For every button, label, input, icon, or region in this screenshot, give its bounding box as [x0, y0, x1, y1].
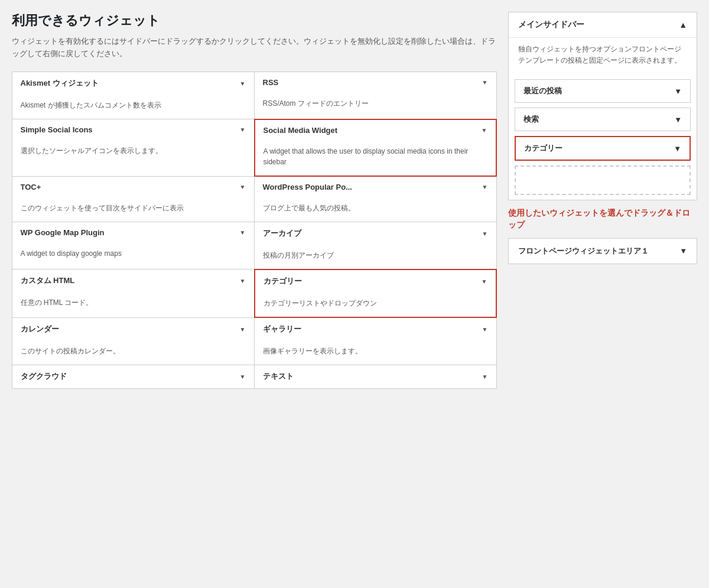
widget-desc-gallery: 画像ギャラリーを表示します。 — [255, 341, 496, 365]
main-sidebar-title: メインサイドバー — [518, 20, 584, 30]
widget-header-toc[interactable]: TOC+▼ — [12, 177, 254, 198]
widget-chevron-archive: ▼ — [482, 230, 488, 237]
widget-chevron-wp-google-map: ▼ — [240, 229, 246, 236]
widget-label-calendar: カレンダー — [21, 324, 59, 334]
widget-label-tag-cloud: タグクラウド — [21, 371, 67, 382]
widget-header-wp-popular[interactable]: WordPress Popular Po...▼ — [255, 177, 496, 198]
widget-item-akismet[interactable]: Akismet ウィジェット▼Akismet が捕獲したスパムコメント数を表示 — [12, 72, 255, 119]
widget-header-simple-social[interactable]: Simple Social Icons▼ — [12, 119, 254, 141]
widget-item-archive[interactable]: アーカイブ▼投稿の月別アーカイブ — [254, 222, 497, 269]
widget-item-wp-google-map[interactable]: WP Google Map Plugin▼A widget to display… — [12, 222, 255, 269]
widget-header-gallery[interactable]: ギャラリー▼ — [255, 318, 496, 341]
widget-header-akismet[interactable]: Akismet ウィジェット▼ — [12, 72, 254, 95]
widget-chevron-custom-html: ▼ — [240, 278, 246, 284]
widget-chevron-text: ▼ — [482, 373, 488, 380]
widget-label-rss: RSS — [263, 78, 279, 87]
sidebar-widget-label-recent-posts: 最近の投稿 — [523, 86, 562, 96]
widget-header-social-media-widget[interactable]: Social Media Widget▼ — [255, 120, 496, 141]
widget-chevron-calendar: ▼ — [240, 326, 246, 333]
widget-chevron-gallery: ▼ — [482, 326, 488, 333]
widget-label-simple-social: Simple Social Icons — [21, 125, 93, 134]
page-title: 利用できるウィジェット — [12, 12, 496, 30]
sidebar-widget-chevron-category-sidebar: ▼ — [674, 144, 681, 153]
front-page-section: フロントページウィジェットエリア１ ▼ — [508, 238, 697, 264]
main-sidebar-header[interactable]: メインサイドバー ▲ — [509, 12, 697, 38]
widget-chevron-simple-social: ▼ — [240, 126, 246, 133]
widget-label-akismet: Akismet ウィジェット — [21, 78, 99, 89]
widget-item-custom-html[interactable]: カスタム HTML▼任意の HTML コード。 — [12, 269, 255, 318]
widget-chevron-wp-popular: ▼ — [482, 184, 488, 190]
page-description: ウィジェットを有効化するにはサイドバーにドラッグするかクリックしてください。ウィ… — [12, 35, 496, 60]
drag-drop-label: 使用したいウィジェットを選んでドラッグ＆ドロップ — [508, 207, 697, 230]
sidebar-widget-category-sidebar[interactable]: カテゴリー▼ — [515, 136, 691, 161]
main-sidebar-desc: 独自ウィジェットを持つオプションフロントページテンプレートの投稿と固定ページに表… — [509, 38, 697, 74]
widget-label-category: カテゴリー — [264, 276, 302, 287]
widget-desc-simple-social: 選択したソーシャルアイコンを表示します。 — [12, 141, 254, 164]
widget-label-text: テキスト — [263, 371, 294, 382]
widget-desc-category: カテゴリーリストやドロップダウン — [255, 293, 496, 317]
sidebar-widget-search[interactable]: 検索▼ — [515, 108, 691, 131]
widget-header-rss[interactable]: RSS▼ — [255, 72, 496, 93]
widget-chevron-tag-cloud: ▼ — [240, 373, 246, 380]
widget-item-calendar[interactable]: カレンダー▼このサイトの投稿カレンダー。 — [12, 317, 255, 365]
widget-label-custom-html: カスタム HTML — [21, 275, 75, 286]
widget-label-wp-popular: WordPress Popular Po... — [263, 183, 352, 191]
widget-item-category[interactable]: カテゴリー▼カテゴリーリストやドロップダウン — [254, 269, 497, 318]
widget-item-text[interactable]: テキスト▼ — [254, 365, 497, 389]
widget-desc-calendar: このサイトの投稿カレンダー。 — [12, 341, 254, 365]
front-page-title: フロントページウィジェットエリア１ — [518, 246, 649, 256]
sidebar-widget-label-search: 検索 — [523, 114, 539, 125]
sidebar-widget-chevron-recent-posts: ▼ — [674, 87, 682, 96]
widget-item-wp-popular[interactable]: WordPress Popular Po...▼ブログ上で最も人気の投稿。 — [254, 176, 497, 222]
sidebar-widget-recent-posts[interactable]: 最近の投稿▼ — [515, 79, 691, 103]
widget-header-wp-google-map[interactable]: WP Google Map Plugin▼ — [12, 222, 254, 243]
front-page-header[interactable]: フロントページウィジェットエリア１ ▼ — [509, 239, 697, 264]
widget-desc-archive: 投稿の月別アーカイブ — [255, 245, 496, 269]
widget-chevron-rss: ▼ — [482, 79, 488, 86]
widget-item-simple-social[interactable]: Simple Social Icons▼選択したソーシャルアイコンを表示します。 — [12, 119, 255, 177]
widget-label-archive: アーカイブ — [263, 228, 301, 239]
widget-item-rss[interactable]: RSS▼RSS/Atom フィードのエントリー — [254, 72, 497, 119]
widget-desc-rss: RSS/Atom フィードのエントリー — [255, 93, 496, 117]
widget-desc-wp-popular: ブログ上で最も人気の投稿。 — [255, 198, 496, 222]
widget-desc-akismet: Akismet が捕獲したスパムコメント数を表示 — [12, 95, 254, 119]
widget-chevron-category: ▼ — [482, 278, 487, 285]
widget-desc-toc: このウィジェットを使って目次をサイドバーに表示 — [12, 198, 254, 222]
widget-header-text[interactable]: テキスト▼ — [255, 365, 496, 388]
front-page-chevron: ▼ — [679, 246, 687, 255]
widget-header-custom-html[interactable]: カスタム HTML▼ — [12, 269, 254, 293]
widget-item-social-media-widget[interactable]: Social Media Widget▼A widget that allows… — [254, 119, 497, 177]
sidebar-widget-chevron-search: ▼ — [674, 115, 682, 124]
main-sidebar-section: メインサイドバー ▲ 独自ウィジェットを持つオプションフロントページテンプレート… — [508, 12, 697, 200]
widget-label-gallery: ギャラリー — [263, 324, 301, 334]
widget-label-social-media-widget: Social Media Widget — [264, 126, 338, 135]
widget-label-wp-google-map: WP Google Map Plugin — [21, 228, 105, 237]
widget-desc-wp-google-map: A widget to display google maps — [12, 243, 254, 267]
widget-item-toc[interactable]: TOC+▼このウィジェットを使って目次をサイドバーに表示 — [12, 176, 255, 222]
widget-chevron-akismet: ▼ — [240, 80, 246, 87]
widgets-grid: Akismet ウィジェット▼Akismet が捕獲したスパムコメント数を表示R… — [12, 72, 496, 389]
widget-header-category[interactable]: カテゴリー▼ — [255, 270, 496, 293]
widget-chevron-toc: ▼ — [240, 184, 246, 190]
widget-header-archive[interactable]: アーカイブ▼ — [255, 222, 496, 245]
sidebar-drop-zone[interactable] — [515, 165, 691, 195]
widget-item-gallery[interactable]: ギャラリー▼画像ギャラリーを表示します。 — [254, 317, 497, 365]
widget-chevron-social-media-widget: ▼ — [482, 127, 487, 134]
widget-label-toc: TOC+ — [21, 183, 41, 191]
widget-header-tag-cloud[interactable]: タグクラウド▼ — [12, 365, 254, 388]
widget-desc-social-media-widget: A widget that allows the user to display… — [255, 141, 496, 176]
sidebar-widget-label-category-sidebar: カテゴリー — [524, 143, 562, 154]
widget-desc-custom-html: 任意の HTML コード。 — [12, 293, 254, 316]
widget-item-tag-cloud[interactable]: タグクラウド▼ — [12, 365, 255, 389]
main-sidebar-chevron: ▲ — [679, 20, 687, 30]
widget-header-calendar[interactable]: カレンダー▼ — [12, 318, 254, 341]
